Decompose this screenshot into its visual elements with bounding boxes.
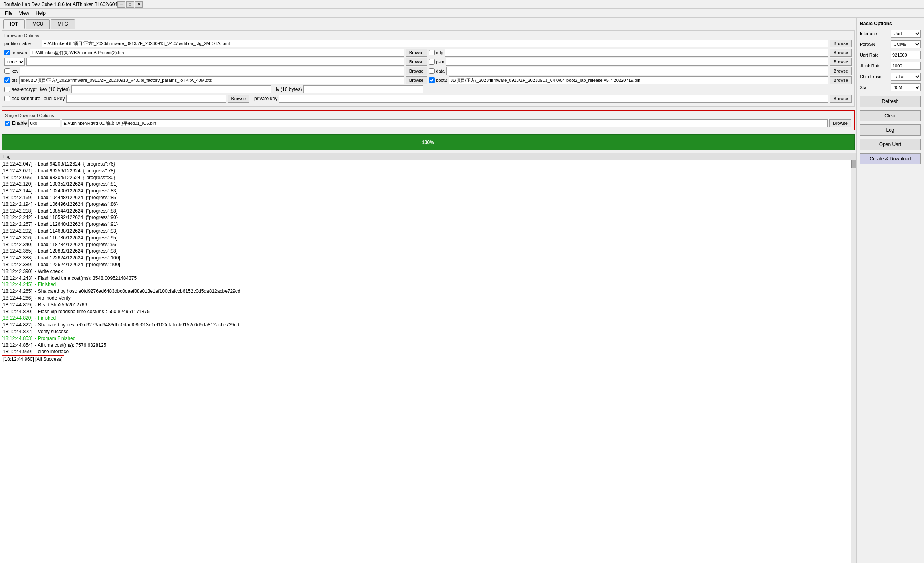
list-item: [18:12:44.853] - Program Finished (2, 335, 849, 342)
aes-key-input[interactable] (71, 85, 271, 93)
single-download-section: Single Download Options Enable Browse (2, 110, 855, 130)
firmware-browse-button[interactable]: Browse (406, 49, 427, 57)
menubar: File View Help (0, 9, 924, 18)
open-uart-button[interactable]: Open Uart (860, 139, 921, 150)
none-dropdown[interactable]: none (4, 58, 25, 66)
minimize-button[interactable]: ─ (117, 1, 125, 8)
list-item: [18:12:44.245] - Finished (2, 281, 849, 288)
single-browse-button[interactable]: Browse (829, 119, 851, 127)
port-sn-select[interactable]: COM9 COM8 COM7 (891, 40, 921, 48)
aes-encrypt-label: aes-encrypt (12, 87, 37, 92)
none-browse-button[interactable]: Browse (406, 58, 427, 66)
jlink-rate-row: JLink Rate (860, 62, 921, 70)
mfg-input[interactable] (445, 49, 828, 57)
uart-rate-label: Uart Rate (860, 53, 878, 57)
progress-container: 100% (2, 134, 855, 150)
psm-input[interactable] (446, 58, 828, 66)
private-key-browse-button[interactable]: Browse (830, 95, 852, 103)
none-psm-row: none Browse psm Browse (4, 58, 852, 66)
list-item: [18:12:42.267] - Load 112640/122624 {"pr… (2, 221, 849, 228)
firmware-checkbox[interactable] (4, 50, 10, 55)
tab-iot[interactable]: IOT (3, 19, 25, 29)
close-button[interactable]: ✕ (135, 1, 143, 8)
xtal-label: Xtal (860, 85, 867, 90)
tab-bar: IOT MCU MFG (0, 18, 856, 29)
boot2-browse-button[interactable]: Browse (830, 76, 852, 84)
titlebar: Bouffalo Lab Dev Cube 1.8.6 for AiThinke… (0, 0, 924, 9)
partition-table-label: partition table (4, 41, 40, 46)
public-key-browse-button[interactable]: Browse (228, 95, 249, 103)
psm-checkbox[interactable] (429, 59, 435, 65)
tab-mcu[interactable]: MCU (26, 19, 50, 29)
key-data-row: key Browse data Browse (4, 67, 852, 75)
dts-checkbox[interactable] (4, 77, 10, 83)
mfg-browse-button[interactable]: Browse (830, 49, 852, 57)
list-item: [18:12:44.822] - Verify success (2, 328, 849, 335)
aes-encrypt-row: aes-encrypt key (16 bytes) iv (16 bytes) (4, 85, 852, 93)
tab-mfg[interactable]: MFG (51, 19, 75, 29)
list-item: [18:12:44.820] - Flash xip readsha time … (2, 308, 849, 315)
chip-erase-label: Chip Erase (860, 74, 881, 79)
partition-table-input[interactable] (42, 40, 828, 47)
mfg-checkbox[interactable] (429, 50, 435, 55)
dts-label: dts (12, 78, 18, 83)
maximize-button[interactable]: □ (126, 1, 134, 8)
scrollbar-thumb[interactable] (851, 160, 856, 168)
data-browse-button[interactable]: Browse (830, 67, 852, 75)
boot2-input[interactable] (449, 76, 828, 84)
single-hex-input[interactable] (28, 119, 60, 127)
key-browse-button[interactable]: Browse (406, 67, 427, 75)
log-scrollbar[interactable] (851, 160, 856, 563)
private-key-input[interactable] (279, 95, 828, 103)
dts-input[interactable] (19, 76, 404, 84)
clear-button[interactable]: Clear (860, 110, 921, 121)
key-input[interactable] (20, 67, 404, 75)
list-item: [18:12:42.316] - Load 116736/122624 {"pr… (2, 235, 849, 241)
chip-erase-select[interactable]: False True (891, 73, 921, 81)
port-sn-row: Port/SN COM9 COM8 COM7 (860, 40, 921, 48)
boot2-checkbox[interactable] (429, 77, 435, 83)
data-checkbox[interactable] (429, 68, 435, 74)
list-item: [18:12:42.144] - Load 102400/122624 {"pr… (2, 188, 849, 194)
key-label: key (12, 69, 18, 73)
partition-table-browse-button[interactable]: Browse (830, 40, 852, 47)
list-item: [18:12:42.292] - Load 114688/122624 {"pr… (2, 228, 849, 235)
create-download-button[interactable]: Create & Download (860, 153, 921, 164)
firmware-options-section: Firmware Options partition table Browse … (2, 30, 855, 107)
single-enable-checkbox[interactable] (5, 121, 10, 126)
ecc-signature-checkbox[interactable] (4, 96, 10, 101)
progress-label: 100% (422, 140, 434, 145)
data-input[interactable] (446, 67, 828, 75)
none-input[interactable] (26, 58, 404, 66)
refresh-button[interactable]: Refresh (860, 96, 921, 107)
uart-rate-input[interactable] (891, 51, 921, 59)
jlink-rate-input[interactable] (891, 62, 921, 70)
psm-browse-button[interactable]: Browse (830, 58, 852, 66)
list-item: [18:12:42.169] - Load 104448/122624 {"pr… (2, 194, 849, 201)
ecc-signature-label: ecc-signature (12, 96, 40, 101)
log-title: Log (0, 153, 856, 160)
list-item: [18:12:44.265] - Sha caled by host: e0fd… (2, 288, 849, 295)
menu-file[interactable]: File (2, 10, 16, 17)
dts-browse-button[interactable]: Browse (406, 76, 427, 84)
key-checkbox[interactable] (4, 68, 10, 74)
list-item: [18:12:42.194] - Load 106496/122624 {"pr… (2, 201, 849, 208)
aes-encrypt-checkbox[interactable] (4, 87, 10, 92)
ecc-signature-row: ecc-signature public key Browse private … (4, 95, 852, 103)
log-content[interactable]: [18:12:42.047] - Load 94208/122624 {"pro… (0, 160, 851, 563)
list-item: [18:12:42.242] - Load 110592/122624 {"pr… (2, 214, 849, 221)
xtal-select[interactable]: 40M 26M 32M (891, 83, 921, 91)
interface-select[interactable]: Uart USB SDIO (891, 30, 921, 38)
single-download-title: Single Download Options (5, 113, 851, 118)
menu-help[interactable]: Help (32, 10, 49, 17)
public-key-input[interactable] (66, 95, 226, 103)
list-item: [18:12:42.390] - Write check (2, 268, 849, 275)
log-button[interactable]: Log (860, 124, 921, 136)
list-item: [18:12:42.071] - Load 96256/122624 {"pro… (2, 168, 849, 174)
single-file-input[interactable] (62, 119, 828, 127)
firmware-label: firmware (12, 50, 28, 55)
firmware-input[interactable] (30, 49, 404, 57)
iv-input[interactable] (303, 85, 423, 93)
firmware-section-title: Firmware Options (4, 33, 852, 38)
menu-view[interactable]: View (16, 10, 32, 17)
